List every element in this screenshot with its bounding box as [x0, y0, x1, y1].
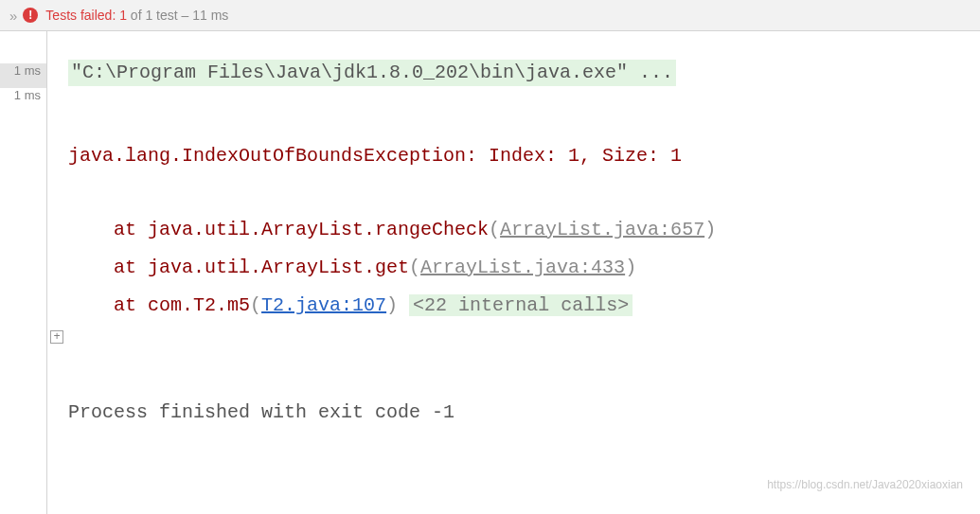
command-line: "C:\Program Files\Java\jdk1.8.0_202\bin\… — [68, 60, 969, 86]
tests-failed-count: Tests failed: 1 — [45, 8, 127, 23]
paren-close: ) — [625, 257, 636, 278]
exception-line: java.lang.IndexOutOfBoundsException: Ind… — [68, 143, 969, 169]
paren-open: ( — [409, 257, 420, 278]
paren-close: ) — [386, 294, 398, 316]
expand-chevrons-icon[interactable]: » — [9, 8, 13, 24]
stack-method: at java.util.ArrayList.get — [68, 257, 409, 278]
timing-row[interactable]: 1 ms — [0, 63, 46, 88]
paren-close: ) — [704, 219, 716, 240]
test-timings-column: 1 ms 1 ms — [0, 31, 47, 514]
tests-total-duration: of 1 test – 11 ms — [127, 8, 228, 23]
test-status-text: Tests failed: 1 of 1 test – 11 ms — [45, 8, 228, 23]
paren-open: ( — [250, 294, 261, 316]
source-link[interactable]: ArrayList.java:657 — [500, 219, 704, 240]
exit-code-line: Process finished with exit code -1 — [68, 399, 969, 426]
source-link[interactable]: ArrayList.java:433 — [420, 257, 625, 278]
java-command: "C:\Program Files\Java\jdk1.8.0_202\bin\… — [68, 60, 676, 86]
stack-method: at java.util.ArrayList.rangeCheck — [68, 219, 489, 240]
watermark: https://blog.csdn.net/Java2020xiaoxian — [767, 477, 963, 493]
source-link[interactable]: T2.java:107 — [261, 294, 386, 316]
stack-frame: at com.T2.m5(T2.java:107) <22 internal c… — [68, 292, 969, 319]
test-failed-icon — [23, 8, 38, 23]
expand-fold-icon[interactable]: + — [50, 330, 63, 344]
console-output: + "C:\Program Files\Java\jdk1.8.0_202\bi… — [47, 31, 980, 514]
timing-row[interactable]: 1 ms — [0, 88, 46, 113]
stack-frame: at java.util.ArrayList.rangeCheck(ArrayL… — [68, 217, 969, 243]
stack-trace: at java.util.ArrayList.rangeCheck(ArrayL… — [68, 217, 969, 319]
paren-open: ( — [489, 219, 500, 240]
test-status-header: » Tests failed: 1 of 1 test – 11 ms — [0, 0, 980, 31]
stack-method: at com.T2.m5 — [68, 294, 250, 316]
stack-frame: at java.util.ArrayList.get(ArrayList.jav… — [68, 255, 969, 281]
internal-calls-fold[interactable]: <22 internal calls> — [409, 294, 633, 316]
